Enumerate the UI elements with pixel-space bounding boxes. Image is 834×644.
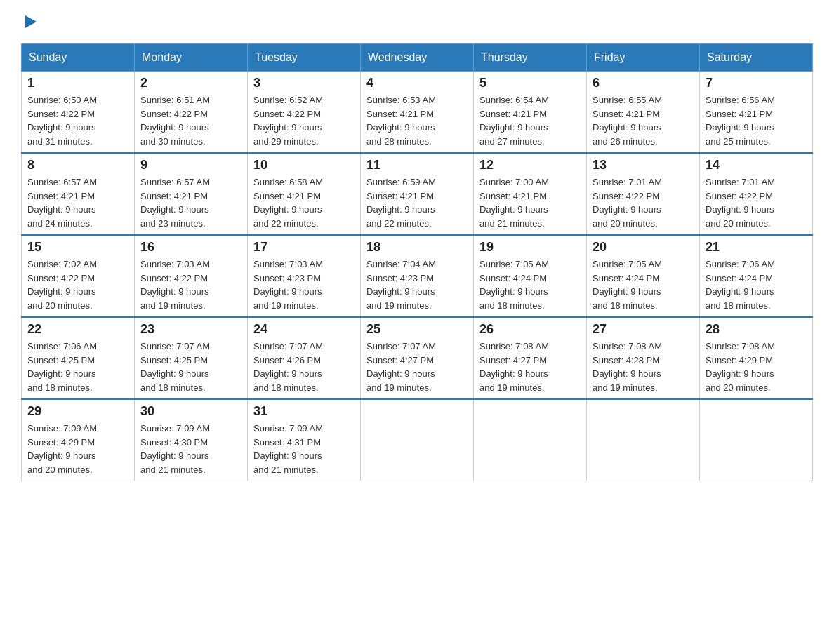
day-info: Sunrise: 7:07 AM Sunset: 4:26 PM Dayligh… [253,340,355,394]
day-info: Sunrise: 6:51 AM Sunset: 4:22 PM Dayligh… [140,93,241,148]
calendar-cell: 18 Sunrise: 7:04 AM Sunset: 4:23 PM Dayl… [361,235,474,317]
calendar-cell: 9 Sunrise: 6:57 AM Sunset: 4:21 PM Dayli… [135,153,248,235]
calendar-col-header: Sunday [22,44,135,72]
calendar-cell: 10 Sunrise: 6:58 AM Sunset: 4:21 PM Dayl… [248,153,361,235]
calendar-col-header: Saturday [700,44,813,72]
day-info: Sunrise: 7:07 AM Sunset: 4:27 PM Dayligh… [366,340,468,394]
calendar-cell: 27 Sunrise: 7:08 AM Sunset: 4:28 PM Dayl… [587,317,700,399]
day-number: 5 [479,76,581,90]
calendar-cell: 4 Sunrise: 6:53 AM Sunset: 4:21 PM Dayli… [361,72,474,154]
day-number: 4 [366,76,468,90]
calendar-col-header: Monday [135,44,248,72]
calendar-cell [587,399,700,481]
day-info: Sunrise: 7:03 AM Sunset: 4:22 PM Dayligh… [140,257,241,312]
calendar-cell: 21 Sunrise: 7:06 AM Sunset: 4:24 PM Dayl… [700,235,813,317]
calendar-cell: 11 Sunrise: 6:59 AM Sunset: 4:21 PM Dayl… [361,153,474,235]
day-number: 17 [253,240,355,255]
calendar-week-row: 29 Sunrise: 7:09 AM Sunset: 4:29 PM Dayl… [22,399,813,481]
day-info: Sunrise: 6:58 AM Sunset: 4:21 PM Dayligh… [253,175,355,230]
calendar-cell: 13 Sunrise: 7:01 AM Sunset: 4:22 PM Dayl… [587,153,700,235]
calendar-table: SundayMondayTuesdayWednesdayThursdayFrid… [21,43,813,481]
day-number: 15 [27,240,128,255]
day-number: 28 [706,322,807,337]
day-number: 31 [253,404,355,419]
day-info: Sunrise: 7:09 AM Sunset: 4:30 PM Dayligh… [140,422,241,476]
calendar-cell: 15 Sunrise: 7:02 AM Sunset: 4:22 PM Dayl… [22,235,135,317]
calendar-cell: 19 Sunrise: 7:05 AM Sunset: 4:24 PM Dayl… [474,235,587,317]
day-number: 12 [479,158,581,173]
day-number: 21 [706,240,807,255]
day-info: Sunrise: 7:02 AM Sunset: 4:22 PM Dayligh… [27,257,128,312]
day-number: 14 [706,158,807,173]
calendar-cell: 22 Sunrise: 7:06 AM Sunset: 4:25 PM Dayl… [22,317,135,399]
calendar-cell [361,399,474,481]
calendar-cell: 6 Sunrise: 6:55 AM Sunset: 4:21 PM Dayli… [587,72,700,154]
day-number: 16 [140,240,241,255]
calendar-week-row: 8 Sunrise: 6:57 AM Sunset: 4:21 PM Dayli… [22,153,813,235]
calendar-week-row: 22 Sunrise: 7:06 AM Sunset: 4:25 PM Dayl… [22,317,813,399]
day-info: Sunrise: 7:00 AM Sunset: 4:21 PM Dayligh… [479,175,581,230]
day-info: Sunrise: 6:52 AM Sunset: 4:22 PM Dayligh… [253,93,355,148]
calendar-cell: 23 Sunrise: 7:07 AM Sunset: 4:25 PM Dayl… [135,317,248,399]
day-info: Sunrise: 7:04 AM Sunset: 4:23 PM Dayligh… [366,257,468,312]
day-number: 24 [253,322,355,337]
calendar-cell: 26 Sunrise: 7:08 AM Sunset: 4:27 PM Dayl… [474,317,587,399]
page-header [21,14,813,29]
day-info: Sunrise: 6:59 AM Sunset: 4:21 PM Dayligh… [366,175,468,230]
day-number: 20 [593,240,694,255]
calendar-col-header: Thursday [474,44,587,72]
calendar-cell: 31 Sunrise: 7:09 AM Sunset: 4:31 PM Dayl… [248,399,361,481]
calendar-cell: 1 Sunrise: 6:50 AM Sunset: 4:22 PM Dayli… [22,72,135,154]
calendar-cell: 5 Sunrise: 6:54 AM Sunset: 4:21 PM Dayli… [474,72,587,154]
day-number: 25 [366,322,468,337]
day-info: Sunrise: 7:06 AM Sunset: 4:25 PM Dayligh… [27,340,128,394]
day-number: 11 [366,158,468,173]
calendar-cell [700,399,813,481]
calendar-cell: 8 Sunrise: 6:57 AM Sunset: 4:21 PM Dayli… [22,153,135,235]
day-info: Sunrise: 6:50 AM Sunset: 4:22 PM Dayligh… [27,93,128,148]
calendar-cell [474,399,587,481]
day-info: Sunrise: 7:07 AM Sunset: 4:25 PM Dayligh… [140,340,241,394]
day-info: Sunrise: 7:08 AM Sunset: 4:27 PM Dayligh… [479,340,581,394]
day-number: 6 [593,76,694,90]
day-info: Sunrise: 7:01 AM Sunset: 4:22 PM Dayligh… [593,175,694,230]
calendar-cell: 7 Sunrise: 6:56 AM Sunset: 4:21 PM Dayli… [700,72,813,154]
calendar-cell: 12 Sunrise: 7:00 AM Sunset: 4:21 PM Dayl… [474,153,587,235]
day-number: 9 [140,158,241,173]
day-info: Sunrise: 6:56 AM Sunset: 4:21 PM Dayligh… [706,93,807,148]
day-info: Sunrise: 7:06 AM Sunset: 4:24 PM Dayligh… [706,257,807,312]
day-info: Sunrise: 7:09 AM Sunset: 4:31 PM Dayligh… [253,422,355,476]
logo-triangle-icon [22,14,38,29]
day-info: Sunrise: 6:54 AM Sunset: 4:21 PM Dayligh… [479,93,581,148]
day-number: 8 [27,158,128,173]
day-number: 3 [253,76,355,90]
day-number: 29 [27,404,128,419]
calendar-cell: 14 Sunrise: 7:01 AM Sunset: 4:22 PM Dayl… [700,153,813,235]
day-info: Sunrise: 7:08 AM Sunset: 4:28 PM Dayligh… [593,340,694,394]
calendar-cell: 25 Sunrise: 7:07 AM Sunset: 4:27 PM Dayl… [361,317,474,399]
calendar-col-header: Tuesday [248,44,361,72]
calendar-week-row: 1 Sunrise: 6:50 AM Sunset: 4:22 PM Dayli… [22,72,813,154]
day-info: Sunrise: 7:05 AM Sunset: 4:24 PM Dayligh… [593,257,694,312]
calendar-cell: 2 Sunrise: 6:51 AM Sunset: 4:22 PM Dayli… [135,72,248,154]
day-info: Sunrise: 6:57 AM Sunset: 4:21 PM Dayligh… [27,175,128,230]
day-info: Sunrise: 7:08 AM Sunset: 4:29 PM Dayligh… [706,340,807,394]
day-number: 23 [140,322,241,337]
calendar-cell: 24 Sunrise: 7:07 AM Sunset: 4:26 PM Dayl… [248,317,361,399]
calendar-cell: 20 Sunrise: 7:05 AM Sunset: 4:24 PM Dayl… [587,235,700,317]
calendar-cell: 3 Sunrise: 6:52 AM Sunset: 4:22 PM Dayli… [248,72,361,154]
logo [21,14,38,29]
day-number: 1 [27,76,128,90]
day-number: 30 [140,404,241,419]
day-number: 27 [593,322,694,337]
svg-marker-0 [25,15,37,28]
day-info: Sunrise: 6:57 AM Sunset: 4:21 PM Dayligh… [140,175,241,230]
day-info: Sunrise: 7:05 AM Sunset: 4:24 PM Dayligh… [479,257,581,312]
calendar-cell: 16 Sunrise: 7:03 AM Sunset: 4:22 PM Dayl… [135,235,248,317]
calendar-cell: 30 Sunrise: 7:09 AM Sunset: 4:30 PM Dayl… [135,399,248,481]
day-number: 26 [479,322,581,337]
day-number: 18 [366,240,468,255]
day-number: 22 [27,322,128,337]
calendar-cell: 29 Sunrise: 7:09 AM Sunset: 4:29 PM Dayl… [22,399,135,481]
day-number: 19 [479,240,581,255]
